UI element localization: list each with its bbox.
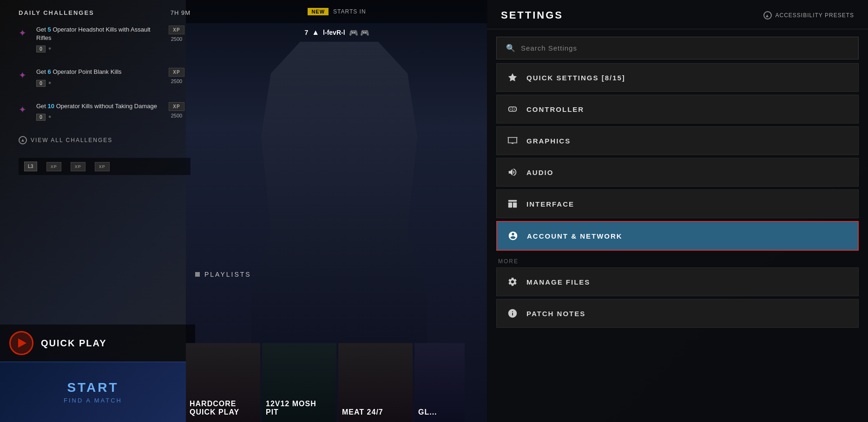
settings-item-audio[interactable]: AUDIO <box>496 158 859 187</box>
challenge-text-area-1: Get 5 Operator Headshot Kills with Assau… <box>36 26 158 54</box>
settings-item-manage-files[interactable]: MANAGE FILES <box>496 267 859 296</box>
settings-header: SETTINGS ▲ ACCESSIBILITY PRESETS <box>487 0 868 29</box>
playlist-card-hardcore[interactable]: HARDCOREQUICK PLAY <box>186 343 260 422</box>
settings-item-graphics[interactable]: GRAPHICS <box>496 126 859 155</box>
playlists-square-icon <box>195 272 200 277</box>
settings-title: SETTINGS <box>501 9 563 21</box>
xbox-icon: 🎮 <box>360 28 369 37</box>
xp-icon-1: XP <box>46 162 61 171</box>
top-bar: NEW STARTS IN <box>186 0 488 23</box>
search-settings-text: Search Settings <box>521 44 577 52</box>
daily-challenges-title: DAILY CHALLENGES <box>19 9 94 16</box>
gamepad-svg <box>507 104 518 114</box>
settings-item-account-network[interactable]: ACCOUNT & NETWORK <box>496 221 859 251</box>
xp-badge-1: XP <box>169 26 184 34</box>
progress-badge-2: 0 <box>36 80 46 87</box>
playlist-card-content-mosh: 12V12 MOSHPIT <box>266 400 333 416</box>
settings-panel: SETTINGS ▲ ACCESSIBILITY PRESETS 🔍 Searc… <box>487 0 868 422</box>
challenge-right-1: XP 2500 <box>163 26 191 42</box>
more-section-label: MORE <box>496 253 859 267</box>
settings-menu: 🔍 Search Settings QUICK SETTINGS [8/15] … <box>487 29 868 338</box>
challenge-item-1: ✦ Get 5 Operator Headshot Kills with Ass… <box>19 22 191 58</box>
playlist-card-gl[interactable]: GL... <box>414 343 465 422</box>
monitor-svg <box>507 136 518 146</box>
challenge-icon-2: ✦ <box>19 70 32 83</box>
player-level: 7 <box>304 29 308 36</box>
view-all-challenges-button[interactable]: ▲ VIEW ALL CHALLENGES <box>19 132 191 148</box>
info-svg <box>507 308 518 318</box>
settings-item-interface[interactable]: INTERFACE <box>496 189 859 218</box>
account-icon <box>506 229 519 242</box>
challenge-text-1: Get 5 Operator Headshot Kills with Assau… <box>36 26 158 42</box>
playlist-name-gl: GL... <box>418 408 465 416</box>
xp-icon-2: XP <box>71 162 85 171</box>
quick-play-icon <box>9 331 33 355</box>
platform-icons: 🎮 🎮 <box>349 28 369 37</box>
playlist-card-content-hardcore: HARDCOREQUICK PLAY <box>190 400 256 416</box>
settings-item-patch-notes[interactable]: PATCH NOTES <box>496 299 859 328</box>
star-icon <box>506 71 519 84</box>
triangle-icon: ▲ <box>19 136 27 144</box>
audio-label: AUDIO <box>526 169 553 176</box>
manage-files-label: MANAGE FILES <box>526 278 590 286</box>
bottom-left-panel: PLAYLISTS QUICK PLAY START FIND A MATCH <box>0 325 195 422</box>
player-bar: 7 ▲ l-fevR-l 🎮 🎮 <box>186 23 488 42</box>
triangle-btn-icon: ▲ <box>763 11 772 19</box>
challenge-item-2: ✦ Get 6 Operator Point Blank Kills 0 • X… <box>19 64 191 91</box>
daily-challenges-panel: DAILY CHALLENGES 7H 9M ✦ Get 5 Operator … <box>19 9 191 148</box>
playlists-label: PLAYLISTS <box>204 271 251 278</box>
speaker-svg <box>507 167 518 177</box>
svg-rect-2 <box>508 202 512 208</box>
l3-bar: L3 XP XP XP <box>19 158 191 175</box>
svg-rect-1 <box>508 200 517 202</box>
gear-svg <box>507 277 518 287</box>
search-icon: 🔍 <box>506 44 515 52</box>
challenge-dot-2: • <box>48 78 51 88</box>
challenge-dot-1: • <box>48 44 51 54</box>
account-svg <box>508 231 518 241</box>
arrow-up-icon: ▲ <box>312 28 319 37</box>
challenge-right-3: XP 2500 <box>163 102 191 118</box>
playlist-name-mosh: 12V12 MOSHPIT <box>266 400 333 416</box>
account-network-label: ACCOUNT & NETWORK <box>527 232 623 240</box>
playstation-icon: 🎮 <box>349 28 358 37</box>
daily-challenges-header: DAILY CHALLENGES 7H 9M <box>19 9 191 16</box>
accessibility-presets-button[interactable]: ▲ ACCESSIBILITY PRESETS <box>763 11 855 19</box>
playlists-header: PLAYLISTS <box>195 271 251 278</box>
challenge-icon-1: ✦ <box>19 27 32 40</box>
search-settings-box[interactable]: 🔍 Search Settings <box>496 37 859 59</box>
playlist-card-meat[interactable]: MEAT 24/7 <box>338 343 413 422</box>
find-match-text: FIND A MATCH <box>64 397 122 404</box>
xp-value-2: 2500 <box>171 78 182 84</box>
accessibility-label: ACCESSIBILITY PRESETS <box>776 12 855 19</box>
layout-svg <box>507 199 518 209</box>
new-badge: NEW <box>308 8 329 15</box>
settings-item-quick-settings[interactable]: QUICK SETTINGS [8/15] <box>496 63 859 92</box>
challenge-progress-2: 0 • <box>36 78 158 88</box>
graphics-label: GRAPHICS <box>526 137 571 145</box>
challenge-icon-3: ✦ <box>19 104 32 117</box>
svg-rect-3 <box>513 202 517 208</box>
quick-play-bar[interactable]: QUICK PLAY <box>0 325 195 362</box>
character-area <box>200 37 479 362</box>
interface-label: INTERFACE <box>526 200 574 208</box>
playlist-card-mosh[interactable]: 12V12 MOSHPIT <box>262 343 336 422</box>
speaker-icon <box>506 166 519 179</box>
layout-icon <box>506 197 519 210</box>
xp-badge-2: XP <box>169 68 184 77</box>
view-all-text: VIEW ALL CHALLENGES <box>31 137 112 143</box>
playlist-card-content-meat: MEAT 24/7 <box>342 408 409 416</box>
start-text: START <box>67 380 118 395</box>
gear-icon <box>506 275 519 288</box>
start-button[interactable]: START FIND A MATCH <box>0 362 186 422</box>
settings-item-controller[interactable]: CONTROLLER <box>496 95 859 123</box>
playlist-cards: HARDCOREQUICK PLAY 12V12 MOSHPIT MEAT 24… <box>186 343 465 422</box>
gamepad-icon <box>506 103 519 116</box>
playlist-name-hardcore: HARDCOREQUICK PLAY <box>190 400 256 416</box>
challenge-text-3: Get 10 Operator Kills without Taking Dam… <box>36 102 158 110</box>
patch-notes-label: PATCH NOTES <box>526 310 585 318</box>
xp-value-1: 2500 <box>171 36 182 42</box>
quick-play-label: QUICK PLAY <box>41 338 107 349</box>
play-triangle-icon <box>18 338 26 348</box>
xp-value-3: 2500 <box>171 113 182 118</box>
